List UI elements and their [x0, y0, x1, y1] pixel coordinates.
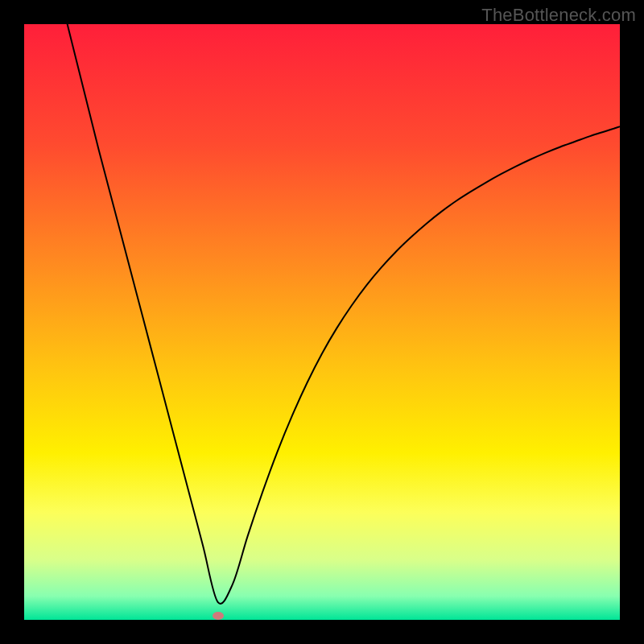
watermark-text: TheBottleneck.com [481, 5, 636, 26]
bottleneck-curve-path [24, 24, 620, 604]
optimum-marker [213, 612, 224, 620]
chart-outer-frame: TheBottleneck.com [0, 0, 644, 644]
plot-area [24, 24, 620, 620]
bottleneck-curve-svg [24, 24, 620, 620]
